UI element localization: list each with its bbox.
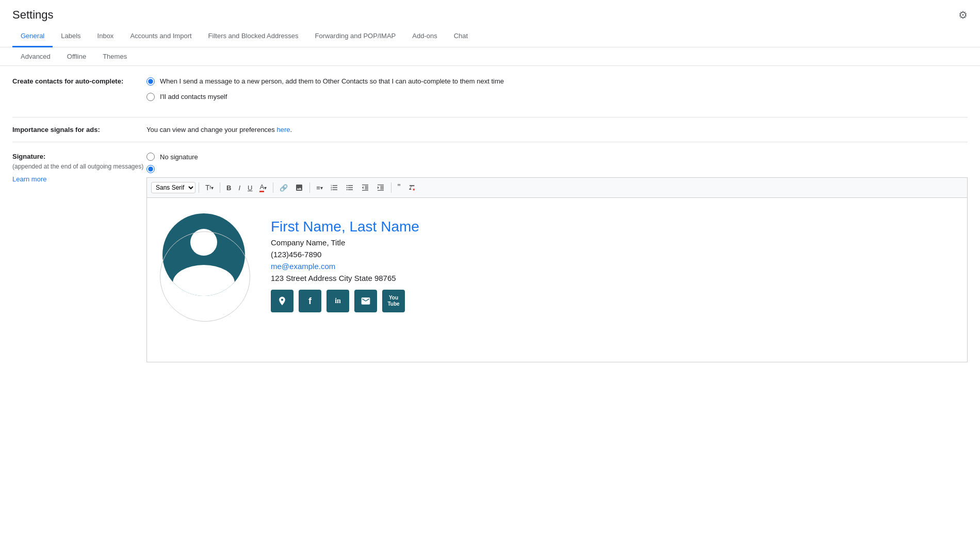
sig-phone: (123)456-7890 [271, 250, 419, 259]
create-contacts-options: When I send a message to a new person, a… [146, 76, 968, 107]
numbered-list-button[interactable] [327, 181, 341, 194]
toolbar-sep-3 [273, 182, 273, 193]
tab-accounts-import[interactable]: Accounts and Import [122, 26, 200, 47]
remove-format-icon [407, 183, 416, 192]
indent-less-button[interactable] [358, 181, 372, 194]
bullet-list-icon [346, 183, 354, 192]
signature-radio-group: No signature [146, 153, 968, 177]
importance-here-link[interactable]: here [276, 126, 290, 133]
underline-button[interactable]: U [244, 182, 255, 194]
tab-advanced[interactable]: Advanced [12, 47, 59, 65]
image-icon [295, 183, 303, 192]
link-button[interactable]: 🔗 [276, 182, 291, 194]
radio-option-auto: When I send a message to a new person, a… [146, 76, 968, 87]
sig-location-icon[interactable] [271, 290, 293, 312]
sig-email-icon[interactable] [354, 290, 377, 312]
primary-tabs: General Labels Inbox Accounts and Import… [0, 26, 980, 47]
learn-more-link[interactable]: Learn more [12, 175, 146, 183]
indent-less-icon [361, 183, 369, 192]
signature-info: First Name, Last Name Company Name, Titl… [271, 213, 419, 312]
tab-chat[interactable]: Chat [446, 26, 476, 47]
sig-social-icons: f in YouTube [271, 290, 419, 312]
radio-option-manual: I'll add contacts myself [146, 92, 968, 102]
signature-editor[interactable]: First Name, Last Name Company Name, Titl… [146, 197, 968, 362]
radio-auto-label[interactable]: When I send a message to a new person, a… [160, 76, 504, 87]
bullet-list-button[interactable] [342, 181, 357, 194]
settings-content: Create contacts for auto-complete: When … [0, 66, 980, 373]
tab-forwarding-pop[interactable]: Forwarding and POP/IMAP [306, 26, 404, 47]
create-contacts-row: Create contacts for auto-complete: When … [12, 66, 968, 118]
toolbar-sep-5 [391, 182, 391, 193]
importance-signals-label: Importance signals for ads: [12, 126, 146, 133]
gear-icon[interactable]: ⚙ [958, 9, 968, 21]
secondary-tabs: Advanced Offline Themes [0, 47, 980, 66]
sig-no-signature-option: No signature [146, 153, 968, 161]
tab-filters-blocked[interactable]: Filters and Blocked Addresses [200, 26, 307, 47]
signature-label: Signature: [12, 153, 146, 160]
font-size-button[interactable]: Tf ▾ [202, 181, 217, 194]
indent-more-button[interactable] [373, 181, 388, 194]
align-button[interactable]: ≡ ▾ [313, 182, 326, 194]
radio-no-signature[interactable] [146, 153, 155, 161]
tab-general[interactable]: General [12, 26, 53, 47]
signature-toolbar: Sans Serif Tf ▾ B I U A ▾ 🔗 [146, 177, 968, 197]
no-signature-label[interactable]: No signature [160, 153, 198, 161]
signature-preview: First Name, Last Name Company Name, Titl… [157, 208, 957, 318]
numbered-list-icon [330, 183, 338, 192]
text-color-button[interactable]: A ▾ [256, 181, 270, 194]
avatar-circle [160, 231, 250, 322]
create-contacts-label: Create contacts for auto-complete: [12, 76, 146, 87]
tab-themes[interactable]: Themes [94, 47, 135, 65]
signature-sub-label: (appended at the end of all outgoing mes… [12, 162, 146, 171]
sig-name: First Name, Last Name [271, 219, 419, 235]
page-title: Settings [12, 8, 54, 22]
importance-signals-row: Importance signals for ads: You can view… [12, 118, 968, 142]
font-family-select[interactable]: Sans Serif [151, 182, 195, 193]
signature-row: Signature: (appended at the end of all o… [12, 142, 968, 373]
tab-inbox[interactable]: Inbox [89, 26, 122, 47]
importance-signals-text: You can view and change your preferences… [146, 126, 968, 133]
signature-value-col: No signature Sans Serif Tf ▾ B [146, 153, 968, 362]
signature-label-col: Signature: (appended at the end of all o… [12, 153, 146, 183]
radio-manual-label[interactable]: I'll add contacts myself [160, 92, 227, 102]
sig-custom-option [146, 165, 968, 173]
toolbar-sep-1 [199, 182, 199, 193]
image-button[interactable] [292, 181, 306, 194]
toolbar-sep-2 [220, 182, 220, 193]
avatar-container [162, 213, 255, 306]
sig-facebook-icon[interactable]: f [299, 290, 321, 312]
tab-addons[interactable]: Add-ons [404, 26, 445, 47]
bold-button[interactable]: B [223, 182, 234, 194]
radio-manual-contacts[interactable] [146, 93, 155, 101]
radio-custom-signature[interactable] [146, 165, 155, 173]
blockquote-button[interactable]: " [395, 181, 404, 194]
sig-youtube-icon[interactable]: YouTube [382, 290, 405, 312]
indent-more-icon [377, 183, 385, 192]
remove-format-button[interactable] [404, 181, 419, 194]
sig-company: Company Name, Title [271, 238, 419, 247]
toolbar-sep-4 [309, 182, 310, 193]
radio-auto-contacts[interactable] [146, 77, 155, 86]
sig-email[interactable]: me@example.com [271, 262, 419, 271]
sig-linkedin-icon[interactable]: in [326, 290, 349, 312]
tab-offline[interactable]: Offline [59, 47, 94, 65]
tab-labels[interactable]: Labels [53, 26, 89, 47]
italic-button[interactable]: I [235, 182, 243, 194]
sig-address: 123 Street Address City State 98765 [271, 274, 419, 282]
